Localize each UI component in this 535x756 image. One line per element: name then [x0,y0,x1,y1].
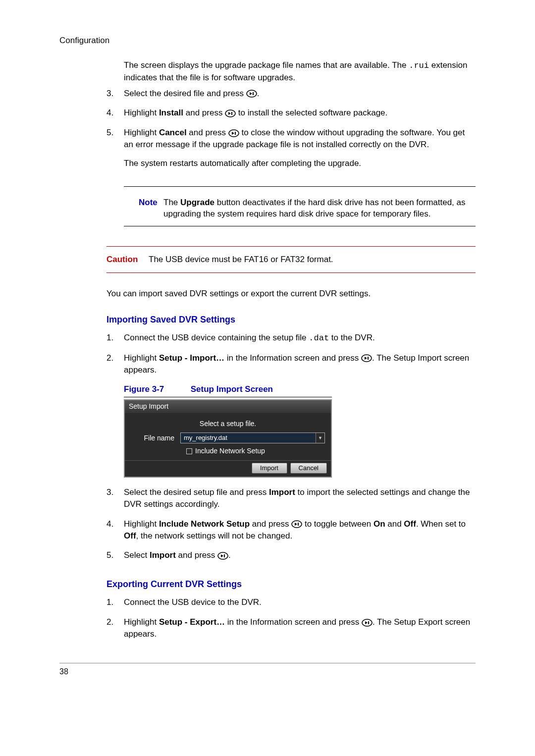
step-3: 3. Select the desired file and press . [107,88,476,103]
svg-rect-11 [368,357,369,360]
include-network-checkbox[interactable] [186,448,192,454]
import-button[interactable]: Import [252,463,287,474]
cancel-button[interactable]: Cancel [290,463,327,474]
enter-icon [291,520,302,528]
import-heading: Importing Saved DVR Settings [107,314,476,326]
caution-text: The USB device must be FAT16 or FAT32 fo… [149,254,476,266]
import-export-intro: You can import saved DVR settings or exp… [107,288,476,300]
svg-rect-2 [253,92,254,95]
caution-callout: Caution The USB device must be FAT16 or … [107,246,476,273]
intro-paragraph: The screen displays the upgrade package … [124,59,476,84]
svg-marker-16 [221,554,223,557]
code-ext: .rui [409,61,429,70]
enter-icon [217,552,228,560]
export-heading: Exporting Current DVR Settings [107,578,476,591]
dialog-instruction: Select a setup file. [131,419,325,429]
import-step-1: 1. Connect the USB device containing the… [107,332,476,347]
svg-rect-8 [235,132,236,135]
include-network-row[interactable]: Include Network Setup [131,446,325,456]
note-text: The Upgrade button deactivates if the ha… [163,197,476,220]
enter-icon [228,129,239,137]
svg-rect-5 [231,112,232,115]
svg-rect-20 [368,621,369,624]
section-header: Configuration [59,35,109,47]
enter-icon [246,90,257,98]
file-name-label: File name [131,433,180,443]
enter-icon [362,619,373,627]
svg-marker-1 [250,92,252,95]
import-step-5: 5. Select Import and press . [107,549,476,564]
import-step-4: 4. Highlight Include Network Setup and p… [107,518,476,545]
svg-marker-13 [295,523,297,526]
export-step-1: 1. Connect the USB device to the DVR. [107,596,476,611]
page-number: 38 [59,667,68,676]
svg-rect-14 [298,523,299,526]
setup-import-dialog: Setup Import Select a setup file. File n… [124,399,332,478]
step-4: 4. Highlight Install and press to instal… [107,107,476,122]
include-network-label: Include Network Setup [195,446,265,456]
enter-icon [225,109,236,117]
svg-marker-4 [228,112,231,115]
note-callout: Note The Upgrade button deactivates if t… [124,186,476,227]
note-label: Note [124,197,163,220]
import-step-3: 3. Select the desired setup file and pre… [107,486,476,513]
svg-marker-10 [365,357,367,360]
figure-caption: Figure 3-7 Setup Import Screen [124,383,332,397]
svg-marker-19 [365,621,368,624]
import-step-2: 2. Highlight Setup - Import… in the Info… [107,352,476,379]
page-footer: 38 [59,663,476,677]
caution-label: Caution [107,254,149,266]
svg-marker-7 [232,132,234,135]
file-name-dropdown[interactable]: my_registry.dat ▼ [180,432,325,443]
dialog-title: Setup Import [125,400,331,413]
chevron-down-icon[interactable]: ▼ [316,433,324,443]
step-5: 5. Highlight Cancel and press to close t… [107,127,476,172]
svg-rect-17 [224,554,225,557]
export-step-2: 2. Highlight Setup - Export… in the Info… [107,616,476,643]
enter-icon [361,354,372,362]
